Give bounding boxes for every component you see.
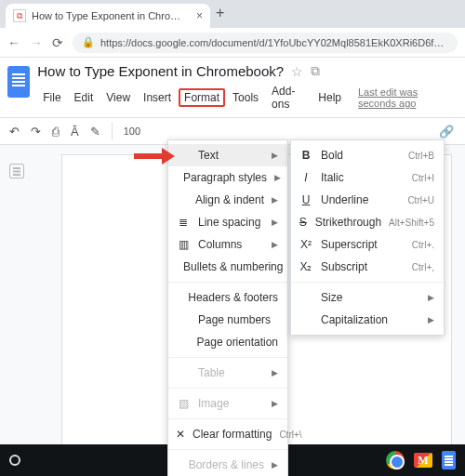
menu-item-label: Text xyxy=(198,149,264,162)
format-item-line-spacing[interactable]: ≣Line spacing▶ xyxy=(168,211,287,233)
outline-toggle-icon[interactable] xyxy=(9,164,24,178)
menu-item-label: Line spacing xyxy=(198,216,264,229)
chevron-right-icon: ▶ xyxy=(272,399,278,408)
editing-area: Text▶Paragraph styles▶Align & indent▶≣Li… xyxy=(0,145,465,476)
menu-item-shortcut: Ctrl+\ xyxy=(279,430,301,440)
format-item-text[interactable]: Text▶ xyxy=(168,144,287,166)
docs-app-icon[interactable] xyxy=(442,451,456,469)
menu-item-label: Paragraph styles xyxy=(183,171,267,184)
text-item-capitalization[interactable]: Capitalization▶ xyxy=(291,309,444,331)
print-icon[interactable]: ⎙ xyxy=(52,125,60,139)
url-text: https://docs.google.com/document/d/1YfoU… xyxy=(100,37,448,48)
format-item-clear-formatting[interactable]: ✕Clear formattingCtrl+\ xyxy=(168,423,287,445)
menu-item-shortcut: Ctrl+, xyxy=(412,262,434,272)
last-edit-text[interactable]: Last edit was seconds ago xyxy=(358,86,456,109)
format-item-page-numbers[interactable]: Page numbers xyxy=(168,309,287,331)
format-item-headers-footers[interactable]: Headers & footers xyxy=(168,286,287,309)
menu-item-label: Italic xyxy=(321,171,405,184)
lock-icon: 🔒 xyxy=(82,36,95,48)
menu-item-shortcut: Ctrl+I xyxy=(412,173,434,183)
spellcheck-icon[interactable]: Ā xyxy=(71,125,79,139)
menu-addons[interactable]: Add-ons xyxy=(266,82,311,113)
format-item-bullets-numbering[interactable]: Bullets & numbering▶ xyxy=(168,256,287,278)
chevron-right-icon: ▶ xyxy=(274,173,281,182)
redo-icon[interactable]: ↷ xyxy=(31,125,41,139)
text-item-size[interactable]: Size▶ xyxy=(291,286,444,309)
menu-item-label: Bullets & numbering xyxy=(183,260,283,273)
menu-format[interactable]: Format xyxy=(179,88,225,107)
insert-link-icon[interactable]: 🔗 xyxy=(439,125,454,139)
zoom-value[interactable]: 100 xyxy=(124,126,140,137)
menu-item-shortcut: Ctrl+. xyxy=(412,240,434,250)
menu-edit[interactable]: Edit xyxy=(69,88,100,107)
menu-item-label: Page orientation xyxy=(197,336,278,349)
text-item-bold[interactable]: BBoldCtrl+B xyxy=(291,144,444,166)
forward-icon: → xyxy=(30,35,43,50)
text-item-superscript[interactable]: X²SuperscriptCtrl+. xyxy=(291,233,444,256)
chrome-app-icon[interactable] xyxy=(386,451,405,469)
chevron-right-icon: ▶ xyxy=(272,460,278,469)
bold-icon: B xyxy=(299,149,313,162)
menu-separator xyxy=(168,418,287,419)
docs-logo-icon[interactable] xyxy=(7,66,30,98)
menu-item-shortcut: Alt+Shift+5 xyxy=(389,218,434,228)
format-item-borders-lines: Borders & lines▶ xyxy=(168,454,287,476)
reload-icon[interactable]: ⟳ xyxy=(52,35,63,50)
format-item-paragraph-styles[interactable]: Paragraph styles▶ xyxy=(168,166,287,189)
format-item-columns[interactable]: ▥Columns▶ xyxy=(168,233,287,256)
format-item-align-indent[interactable]: Align & indent▶ xyxy=(168,189,287,211)
docs-header: How to Type Exponent in Chromebook? ☆ ⧉ … xyxy=(0,58,465,113)
chevron-right-icon: ▶ xyxy=(428,315,434,324)
text-item-subscript[interactable]: X₂SubscriptCtrl+, xyxy=(291,256,444,278)
menu-separator xyxy=(291,282,444,283)
move-icon[interactable]: ⧉ xyxy=(311,63,320,79)
tab-title: How to Type Exponent in Chro… xyxy=(32,10,191,21)
gmail-app-icon[interactable] xyxy=(414,453,432,468)
underline-icon: U xyxy=(299,193,313,206)
launcher-icon[interactable] xyxy=(9,455,20,466)
document-title[interactable]: How to Type Exponent in Chromebook? xyxy=(37,63,284,79)
image-icon: ▧ xyxy=(176,397,191,410)
menu-help[interactable]: Help xyxy=(312,88,347,107)
text-item-underline[interactable]: UUnderlineCtrl+U xyxy=(291,189,444,211)
menu-file[interactable]: File xyxy=(37,88,66,107)
menu-item-label: Align & indent xyxy=(195,193,264,206)
chevron-right-icon: ▶ xyxy=(428,293,434,302)
paint-format-icon[interactable]: ✎ xyxy=(90,125,100,139)
menu-item-label: Table xyxy=(198,366,264,379)
undo-icon[interactable]: ↶ xyxy=(9,125,20,139)
browser-tab[interactable]: ⧉ How to Type Exponent in Chro… × xyxy=(6,4,210,28)
menu-separator xyxy=(168,282,287,283)
annotation-arrow xyxy=(134,149,175,164)
menu-item-shortcut: Ctrl+U xyxy=(407,195,434,205)
italic-icon: I xyxy=(299,171,313,184)
menu-item-label: Subscript xyxy=(321,260,405,273)
chevron-right-icon: ▶ xyxy=(272,151,278,160)
separator xyxy=(112,123,113,139)
menu-view[interactable]: View xyxy=(100,88,136,107)
tab-close-icon[interactable]: × xyxy=(196,9,203,22)
columns-icon: ▥ xyxy=(176,238,191,251)
menu-item-label: Columns xyxy=(198,238,264,251)
format-item-page-orientation[interactable]: Page orientation xyxy=(168,331,287,353)
chevron-right-icon: ▶ xyxy=(272,218,278,227)
text-item-strikethrough[interactable]: SStrikethroughAlt+Shift+5 xyxy=(291,211,444,233)
menu-item-label: Superscript xyxy=(321,238,405,251)
format-item-image: ▧Image▶ xyxy=(168,392,287,415)
menu-item-label: Borders & lines xyxy=(189,458,264,471)
menu-item-label: Clear formatting xyxy=(193,428,272,441)
menu-item-label: Underline xyxy=(321,193,400,206)
clear-formatting-icon: ✕ xyxy=(176,428,185,441)
menu-item-label: Size xyxy=(321,291,420,304)
format-item-table: Table▶ xyxy=(168,362,287,384)
menu-insert[interactable]: Insert xyxy=(138,88,177,107)
menu-tools[interactable]: Tools xyxy=(227,88,264,107)
url-field[interactable]: 🔒 https://docs.google.com/document/d/1Yf… xyxy=(73,33,458,53)
text-item-italic[interactable]: IItalicCtrl+I xyxy=(291,166,444,189)
back-icon[interactable]: ← xyxy=(7,35,20,50)
new-tab-button[interactable]: + xyxy=(216,5,224,23)
chevron-right-icon: ▶ xyxy=(272,195,278,205)
star-icon[interactable]: ☆ xyxy=(291,64,303,79)
favicon: ⧉ xyxy=(13,9,26,22)
menu-item-label: Capitalization xyxy=(321,313,420,326)
